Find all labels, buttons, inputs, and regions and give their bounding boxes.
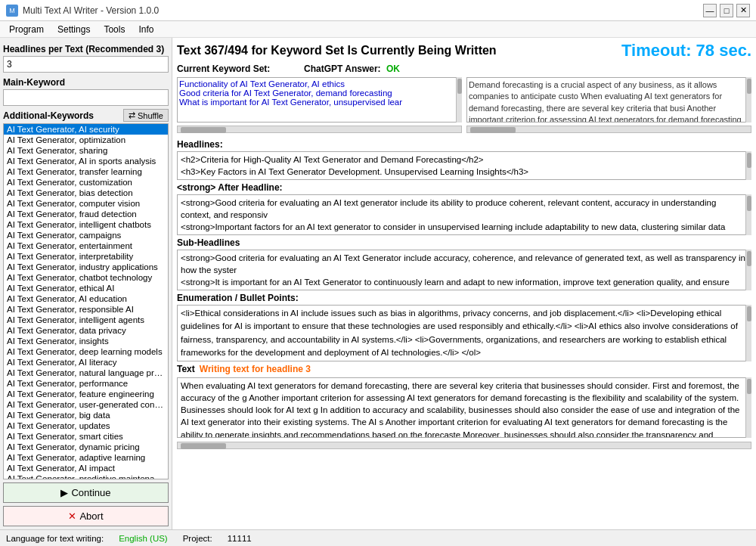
chatgpt-answer-label: ChatGPT Answer: OK <box>304 64 425 74</box>
text-scrollbar[interactable] <box>745 377 751 438</box>
keyword-item[interactable]: AI Text Generator, sharing <box>4 145 168 156</box>
after-headline-label: <strong> After Headline: <box>177 182 751 193</box>
chatgpt-scrollbar[interactable] <box>745 77 751 123</box>
current-keyword-label: Current Keyword Set: <box>177 64 298 74</box>
continue-button[interactable]: ▶ Continue <box>3 482 169 503</box>
keyword-item[interactable]: AI Text Generator, AI impact <box>4 463 168 473</box>
menu-settings[interactable]: Settings <box>51 23 96 36</box>
additional-keywords-header: Additional-Keywords ⇄ Shuffle <box>3 109 169 122</box>
headlines-scrollbar[interactable] <box>745 151 751 180</box>
main-keyword-input[interactable] <box>3 89 169 106</box>
keyword-set-scrollbar[interactable] <box>456 77 462 123</box>
close-button[interactable]: ✕ <box>736 4 750 17</box>
minimize-button[interactable]: — <box>703 4 717 17</box>
enum-label: Enumeration / Bullet Points: <box>177 293 751 303</box>
keyword-item[interactable]: AI Text Generator, responsible AI <box>4 304 168 315</box>
keyword-set-area: Functionality of AI Text Generator, AI e… <box>177 77 751 123</box>
keyword-item[interactable]: AI Text Generator, updates <box>4 420 168 431</box>
keyword-item[interactable]: AI Text Generator, campaigns <box>4 230 168 240</box>
text-h-scroll[interactable] <box>177 442 751 449</box>
abort-label: Abort <box>79 510 103 522</box>
keyword-item[interactable]: AI Text Generator, insights <box>4 336 168 346</box>
keyword-item[interactable]: AI Text Generator, big data <box>4 410 168 420</box>
keyword-item[interactable]: AI Text Generator, interpretability <box>4 251 168 262</box>
keyword-item[interactable]: AI Text Generator, predictive maintenanc… <box>4 473 168 479</box>
keyword-item[interactable]: AI Text Generator, industry applications <box>4 262 168 272</box>
enum-textarea[interactable]: <li>Ethical considerations in AI include… <box>177 305 751 361</box>
enum-box-wrapper: <li>Ethical considerations in AI include… <box>177 305 751 361</box>
h-scroll-left-bar[interactable] <box>177 126 462 133</box>
keyword-item[interactable]: AI Text Generator, dynamic pricing <box>4 442 168 452</box>
maximize-button[interactable]: □ <box>720 4 733 17</box>
text-section: Text Writing text for headline 3 When ev… <box>177 364 751 438</box>
keyword-item[interactable]: AI Text Generator, computer vision <box>4 198 168 209</box>
keyword-set-item: What is important for AI Text Generator,… <box>179 98 460 107</box>
after-headline-textarea[interactable]: <strong>Good criteria for evaluating an … <box>177 194 751 235</box>
sub-headlines-label: Sub-Headlines <box>177 237 751 248</box>
keyword-item[interactable]: AI Text Generator, chatbot technology <box>4 272 168 283</box>
keyword-item[interactable]: AI Text Generator, deep learning models <box>4 346 168 357</box>
sub-headlines-scrollbar[interactable] <box>745 250 751 290</box>
menu-program[interactable]: Program <box>3 23 50 36</box>
keyword-item[interactable]: AI Text Generator, ethical AI <box>4 283 168 293</box>
keyword-item[interactable]: AI Text Generator, AI literacy <box>4 357 168 368</box>
keyword-item[interactable]: AI Text Generator, AI security <box>4 124 168 135</box>
menu-tools[interactable]: Tools <box>98 23 131 36</box>
keyword-item[interactable]: AI Text Generator, intelligent chatbots <box>4 219 168 230</box>
keyword-item[interactable]: AI Text Generator, entertainment <box>4 240 168 251</box>
additional-keywords-label: Additional-Keywords <box>3 110 94 121</box>
main-layout: Headlines per Text (Recommended 3) Main-… <box>0 38 756 529</box>
keyword-set-item: Functionality of AI Text Generator, AI e… <box>179 79 460 88</box>
after-headline-scrollbar[interactable] <box>745 194 751 235</box>
headlines-box-wrapper: <h2>Criteria for High-Quality AI Text Ge… <box>177 151 751 180</box>
status-bar: Language for text writing: English (US) … <box>0 529 756 546</box>
h-scroll-right-bar[interactable] <box>466 126 751 133</box>
keyword-item[interactable]: AI Text Generator, transfer learning <box>4 166 168 177</box>
timeout-header: Text 367/494 for Keyword Set Is Currentl… <box>177 41 751 60</box>
keyword-set-box[interactable]: Functionality of AI Text Generator, AI e… <box>177 77 462 123</box>
chatgpt-status: OK <box>386 64 400 74</box>
timeout-display: Timeout: 78 sec. <box>621 41 751 60</box>
project-label: Project: <box>183 534 212 543</box>
after-headline-section: <strong> After Headline: <strong>Good cr… <box>177 182 751 235</box>
headlines-textarea[interactable]: <h2>Criteria for High-Quality AI Text Ge… <box>177 151 751 180</box>
keyword-item[interactable]: AI Text Generator, feature engineering <box>4 389 168 399</box>
menu-info[interactable]: Info <box>132 23 160 36</box>
headlines-section-label: Headlines: <box>177 139 751 150</box>
enum-scrollbar[interactable] <box>745 305 751 361</box>
keyword-item[interactable]: AI Text Generator, bias detection <box>4 188 168 198</box>
keyword-item[interactable]: AI Text Generator, smart cities <box>4 431 168 442</box>
headlines-label: Headlines per Text (Recommended 3) <box>3 44 169 54</box>
chatgpt-box[interactable]: Demand forecasting is a crucial aspect o… <box>466 77 751 123</box>
menu-bar: Program Settings Tools Info <box>0 21 756 38</box>
keyword-item[interactable]: AI Text Generator, AI in sports analysis <box>4 156 168 166</box>
app-icon: M <box>6 5 18 17</box>
keyword-item[interactable]: AI Text Generator, AI education <box>4 293 168 304</box>
keyword-item[interactable]: AI Text Generator, natural language proc… <box>4 368 168 378</box>
keyword-item[interactable]: AI Text Generator, data privacy <box>4 325 168 336</box>
keyword-item[interactable]: AI Text Generator, intelligent agents <box>4 315 168 325</box>
keyword-item[interactable]: AI Text Generator, optimization <box>4 135 168 145</box>
shuffle-button[interactable]: ⇄ Shuffle <box>123 109 169 122</box>
text-textarea[interactable]: When evaluating AI text generators for d… <box>177 377 751 438</box>
language-value: English (US) <box>119 534 168 543</box>
keyword-set-item: Good criteria for AI Text Generator, dem… <box>179 88 460 98</box>
chatgpt-label: ChatGPT Answer: <box>304 64 381 74</box>
abort-button[interactable]: ✕ Abort <box>3 506 169 526</box>
right-panel: Text 367/494 for Keyword Set Is Currentl… <box>172 38 756 529</box>
keyword-item[interactable]: AI Text Generator, user-generated conten… <box>4 399 168 410</box>
chatgpt-box-wrapper: Demand forecasting is a crucial aspect o… <box>466 77 751 123</box>
enum-section: Enumeration / Bullet Points: <li>Ethical… <box>177 293 751 361</box>
window-controls: — □ ✕ <box>703 4 750 17</box>
text-writing-label: Writing text for headline 3 <box>200 364 311 374</box>
headlines-input[interactable] <box>3 56 169 73</box>
shuffle-label: Shuffle <box>138 111 163 120</box>
keyword-item[interactable]: AI Text Generator, fraud detection <box>4 209 168 219</box>
keywords-list[interactable]: AI Text Generator, AI securityAI Text Ge… <box>3 123 169 479</box>
title-bar: M Multi Text AI Writer - Version 1.0.0 —… <box>0 0 756 21</box>
keyword-item[interactable]: AI Text Generator, performance <box>4 378 168 389</box>
sub-headlines-textarea[interactable]: <strong>Good criteria for evaluating an … <box>177 250 751 290</box>
keyword-item[interactable]: AI Text Generator, adaptive learning <box>4 452 168 463</box>
keyword-item[interactable]: AI Text Generator, customization <box>4 177 168 188</box>
text-label: Text <box>177 364 195 374</box>
